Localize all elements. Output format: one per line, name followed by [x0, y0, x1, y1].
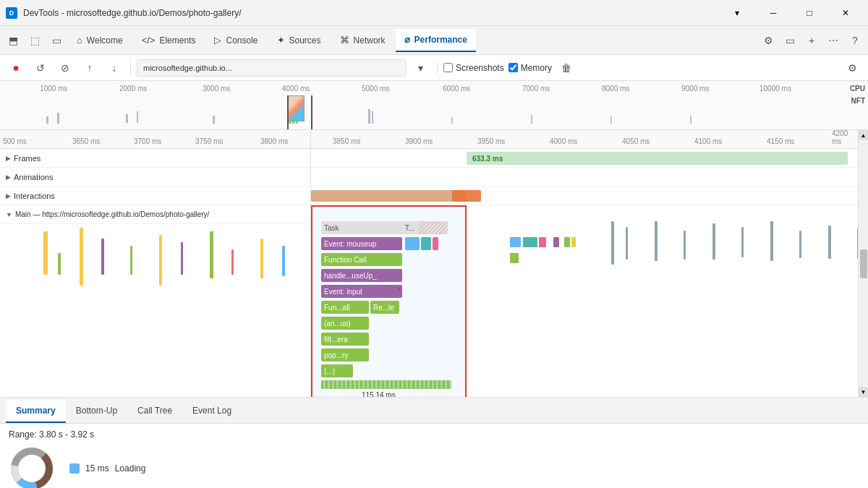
trash-btn[interactable]: 🗑 [556, 58, 576, 78]
help-btn[interactable]: ? [845, 30, 865, 51]
ruler-10000ms: 10000 ms [760, 85, 791, 93]
more-tabs-btn[interactable]: ··· [823, 30, 843, 51]
toggle-drawer-btn[interactable]: ⬒ [3, 30, 23, 51]
rb2-block[interactable] [421, 237, 431, 250]
svg-rect-20 [181, 242, 183, 275]
frames-label: Frames [14, 154, 41, 163]
tab-sources[interactable]: ✦ Sources [268, 29, 330, 52]
svg-rect-31 [523, 237, 537, 247]
memory-checkbox-label[interactable]: Memory [509, 63, 552, 73]
svg-rect-14 [43, 231, 48, 275]
svg-rect-0 [46, 116, 48, 124]
performance-icon: ⌀ [404, 34, 410, 45]
interaction-bar-orange [452, 190, 481, 202]
tab-performance[interactable]: ⌀ Performance [396, 29, 476, 52]
handle-mouseup-block[interactable]: handle...useUp_ [321, 269, 402, 282]
svg-rect-11 [531, 115, 532, 124]
ruler-9000ms: 9000 ms [681, 85, 709, 93]
record-btn[interactable]: ● [6, 58, 26, 78]
screenshots-checkbox[interactable] [443, 63, 453, 72]
function-call-block[interactable]: Function Call [321, 253, 402, 266]
re-le-block[interactable]: Re...le [370, 301, 399, 314]
event-mouseup-block[interactable]: Event: mouseup [321, 237, 402, 250]
new-tab-btn[interactable]: + [801, 30, 822, 51]
ruler-3650ms: 3650 ms [72, 137, 100, 145]
animations-arrow: ▶ [6, 174, 11, 181]
network-icon: ⌘ [340, 35, 349, 46]
track-frames[interactable]: ▶ Frames [0, 149, 310, 168]
striped-bar [321, 380, 451, 389]
inspect-btn[interactable]: ⬚ [25, 30, 45, 51]
detail-ruler-left: 500 ms 3650 ms 3700 ms 3750 ms 3800 ms [0, 130, 310, 149]
ruler-4000ms: 4000 ms [550, 137, 577, 145]
svg-rect-32 [539, 237, 546, 247]
ruler-4050ms: 4050 ms [622, 137, 650, 145]
console-icon: ▷ [214, 35, 221, 46]
ruler-3900ms: 3900 ms [405, 137, 433, 145]
tab-call-tree[interactable]: Call Tree [127, 400, 182, 423]
tab-console[interactable]: ▷ Console [205, 29, 266, 52]
main-timeline: 500 ms 3650 ms 3700 ms 3750 ms 3800 ms ▶… [0, 130, 868, 398]
screenshot-thumbnail [287, 95, 305, 121]
tab-bottom-up[interactable]: Bottom-Up [66, 400, 127, 423]
an-us-block[interactable]: (an...us) [321, 317, 369, 330]
tab-summary[interactable]: Summary [6, 400, 66, 423]
memory-checkbox[interactable] [509, 63, 518, 72]
devtools-icon: D [6, 7, 17, 19]
svg-rect-12 [610, 116, 612, 124]
tab-welcome[interactable]: ⌂ Welcome [68, 29, 132, 52]
scroll-down-btn[interactable]: ▼ [859, 387, 869, 397]
refresh-btn[interactable]: ↺ [30, 58, 51, 78]
ruler-4000ms: 4000 ms [282, 85, 310, 93]
device-btn[interactable]: ▭ [46, 30, 67, 51]
svg-rect-22 [231, 249, 234, 275]
scroll-up-btn[interactable]: ▲ [859, 130, 869, 140]
animations-label: Animations [14, 173, 53, 181]
track-animations[interactable]: ▶ Animations [0, 168, 310, 187]
dropdown-btn[interactable]: ▾ [720, 1, 754, 25]
rb3-block[interactable] [433, 237, 438, 250]
svg-rect-4 [213, 116, 215, 124]
summary-content: 15 ms Loading [9, 445, 859, 488]
detail-ruler-right: 3850 ms 3900 ms 3950 ms 4000 ms 4050 ms … [311, 130, 858, 149]
track-interactions[interactable]: ▶ Interactions [0, 187, 310, 205]
panels-btn[interactable]: ▭ [780, 30, 800, 51]
perf-settings-btn[interactable]: ⚙ [842, 58, 862, 78]
close-btn[interactable]: ✕ [829, 1, 862, 25]
svg-rect-19 [159, 235, 162, 286]
task-block[interactable]: Task T... [321, 221, 448, 234]
ruler-3850ms: 3850 ms [333, 137, 360, 145]
ruler-1000ms: 1000 ms [40, 85, 67, 93]
filt-era-block[interactable]: filt...era [321, 333, 369, 346]
track-main-header[interactable]: ▼ Main — https://microsoftedge.github.io… [0, 205, 310, 224]
fun-all-block[interactable]: Fun...all [321, 301, 369, 314]
ellipsis-block[interactable]: (...) [321, 364, 353, 377]
download-btn[interactable]: ↓ [104, 58, 124, 78]
cpu-label: CPU [850, 85, 865, 93]
maximize-btn[interactable]: □ [793, 1, 826, 25]
interactions-arrow: ▶ [6, 192, 11, 200]
svg-rect-16 [80, 228, 83, 286]
ruler-5000ms: 5000 ms [362, 85, 389, 93]
tab-network[interactable]: ⌘ Network [331, 29, 394, 52]
svg-rect-42 [741, 227, 744, 257]
pop-ry-block[interactable]: pop...ry [321, 348, 369, 361]
tab-event-log[interactable]: Event Log [182, 400, 242, 423]
url-display: microsoftedge.github.io... [137, 59, 407, 77]
svg-rect-26 [419, 221, 448, 234]
overview-panel: 1000 ms 2000 ms 3000 ms 4000 ms 5000 ms … [0, 81, 868, 130]
svg-rect-13 [690, 116, 692, 124]
upload-btn[interactable]: ↑ [80, 58, 100, 78]
tab-elements[interactable]: </> Elements [133, 29, 205, 52]
screenshots-checkbox-label[interactable]: Screenshots [443, 63, 504, 73]
event-input-block[interactable]: Event: input [321, 285, 402, 298]
scroll-thumb[interactable] [860, 249, 867, 278]
url-dropdown-btn[interactable]: ▾ [411, 58, 431, 78]
rb1-block[interactable] [405, 237, 420, 250]
settings-tab-btn[interactable]: ⚙ [758, 30, 778, 51]
svg-rect-29 [321, 380, 451, 389]
minimize-btn[interactable]: ─ [757, 1, 790, 25]
ruler-7000ms: 7000 ms [522, 85, 550, 93]
svg-rect-44 [799, 231, 801, 258]
clear-btn[interactable]: ⊘ [55, 58, 75, 78]
